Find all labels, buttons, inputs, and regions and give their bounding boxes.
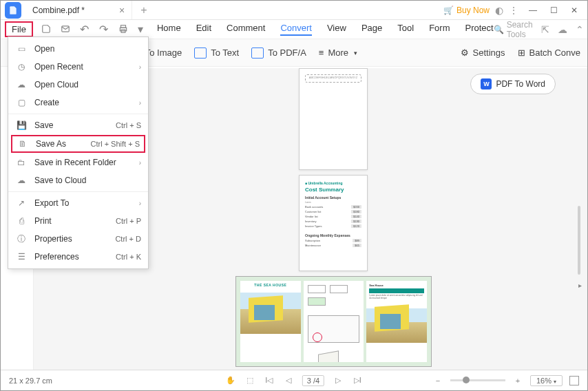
redo-icon[interactable]: ↷ [98, 23, 110, 35]
menu-form[interactable]: Form [429, 23, 450, 36]
more-icon: ≡ [319, 47, 324, 58]
menu-edit[interactable]: Edit [196, 23, 211, 36]
zoom-value[interactable]: 16% ▾ [530, 375, 563, 386]
share-icon[interactable]: ⇱ [541, 24, 549, 35]
prev-page-icon[interactable]: ◁ [283, 376, 294, 385]
preferences-shortcut: Ctrl + K [116, 253, 141, 261]
save-as-label: Save As [36, 139, 90, 149]
menu-properties[interactable]: ⓘPropertiesCtrl + D [8, 230, 148, 248]
cart-icon: 🛒 [443, 6, 454, 15]
close-tab-icon[interactable]: × [119, 5, 125, 16]
user-icon[interactable]: ◐ [495, 5, 503, 16]
menu-export[interactable]: ↗Export To› [8, 194, 148, 212]
print-icon[interactable] [117, 23, 129, 35]
menu-save-as[interactable]: 🗎Save AsCtrl + Shift + S [11, 135, 145, 153]
scrollbar[interactable] [578, 206, 580, 275]
pdf-to-word-label: PDF To Word [496, 79, 545, 89]
search-tools[interactable]: 🔍 Search Tools [494, 20, 533, 39]
folder-icon: 🗀 [15, 157, 28, 168]
more-label: More [328, 47, 348, 58]
menu-open-cloud[interactable]: ☁Open Cloud [8, 76, 148, 94]
scroll-right-icon[interactable]: ▸ [578, 282, 582, 289]
collapse-ribbon-icon[interactable]: ⌃ [576, 24, 584, 35]
save-recent-folder-label: Save in Recent Folder [34, 158, 139, 167]
pdf-to-word-button[interactable]: W PDF To Word [470, 74, 556, 94]
buy-now-label: Buy Now [456, 6, 490, 15]
menu-tool[interactable]: Tool [397, 23, 414, 36]
mail-icon[interactable] [59, 23, 72, 35]
file-label: File [12, 24, 26, 34]
to-pdfa-button[interactable]: To PDF/A [251, 47, 306, 59]
page2-desc: Lorem [305, 201, 361, 204]
fit-page-icon[interactable] [569, 376, 579, 385]
properties-icon: ⓘ [15, 233, 28, 244]
menu-view[interactable]: View [327, 23, 346, 36]
settings-button[interactable]: ⚙Settings [461, 47, 505, 58]
info-box [308, 297, 326, 306]
architectural-render [240, 293, 301, 334]
qat-dropdown-icon[interactable]: ▾ [138, 23, 143, 36]
print-shortcut: Ctrl + P [116, 217, 141, 225]
zoom-percent: 16% [536, 377, 552, 385]
save-icon: 💾 [15, 120, 28, 131]
search-icon: 🔍 [494, 25, 504, 34]
page-thumbnail-3[interactable]: THE SEA HOUSE [235, 276, 432, 367]
zoom-knob[interactable] [463, 377, 470, 383]
zoom-out-icon[interactable]: − [432, 377, 443, 385]
close-window-button[interactable]: ✕ [565, 3, 583, 17]
zoom-slider[interactable] [450, 379, 505, 381]
add-tab-icon[interactable]: + [140, 4, 147, 17]
page2-sub1: Initial Account Setups [305, 196, 361, 200]
more-button[interactable]: ≡More▾ [319, 47, 357, 58]
maximize-button[interactable]: ☐ [545, 3, 563, 17]
gear-icon: ⚙ [461, 47, 469, 58]
zoom-in-icon[interactable]: + [512, 377, 523, 385]
menu-comment[interactable]: Comment [227, 23, 265, 36]
sea-house-title: THE SEA HOUSE [240, 281, 301, 287]
hand-tool-icon[interactable]: ✋ [225, 376, 236, 385]
word-icon: W [481, 78, 492, 89]
menu-save-cloud[interactable]: ☁Save to Cloud [8, 171, 148, 189]
next-page-icon[interactable]: ▷ [333, 376, 344, 385]
batch-label: Batch Conve [529, 47, 580, 58]
menu-protect[interactable]: Protect [465, 23, 493, 36]
buy-now-link[interactable]: 🛒 Buy Now [443, 6, 490, 15]
cloud-upload-icon[interactable]: ☁ [558, 24, 567, 35]
save-icon[interactable] [40, 23, 52, 35]
menu-open-recent[interactable]: ◷Open Recent› [8, 58, 148, 76]
file-menu-button[interactable]: File [5, 21, 33, 37]
last-page-icon[interactable]: ▷I [352, 376, 363, 385]
menu-open[interactable]: ▭Open [8, 40, 148, 58]
kebab-icon[interactable]: ⋮ [509, 5, 518, 16]
page2-brand: ■ Umbrella Accounting [305, 181, 361, 185]
info-box [308, 285, 326, 293]
select-tool-icon[interactable]: ⬚ [244, 376, 255, 385]
menu-convert[interactable]: Convert [280, 23, 312, 36]
page-thumbnail-1[interactable]: ABCDEFGHIJKLMNOPQRSTUVWXYZ [299, 68, 368, 170]
menu-print[interactable]: ⎙PrintCtrl + P [8, 212, 148, 230]
minimize-button[interactable]: — [524, 3, 542, 17]
document-tab[interactable]: Combine.pdf * × [25, 1, 132, 19]
undo-icon[interactable]: ↶ [78, 23, 91, 35]
plan-marker [313, 332, 322, 342]
menu-home[interactable]: Home [157, 23, 181, 36]
page-thumbnail-2[interactable]: ■ Umbrella Accounting Cost Summary Initi… [299, 175, 368, 271]
menu-create[interactable]: ▢Create› [8, 94, 148, 112]
total-pages: /4 [313, 377, 319, 385]
menu-preferences[interactable]: ☰PreferencesCtrl + K [8, 248, 148, 266]
menu-save-recent-folder[interactable]: 🗀Save in Recent Folder› [8, 154, 148, 171]
page-indicator[interactable]: 3 /4 [302, 375, 324, 386]
menu-bar: Home Edit Comment Convert View Page Tool… [157, 23, 494, 36]
clock-icon: ◷ [15, 61, 28, 72]
accent-bar [369, 288, 424, 293]
menu-save[interactable]: 💾SaveCtrl + S [8, 116, 148, 134]
table-row: Customer list$180 [305, 210, 361, 213]
preferences-icon: ☰ [15, 251, 28, 262]
settings-label: Settings [473, 47, 505, 58]
open-label: Open [34, 44, 141, 54]
to-text-button[interactable]: To Text [194, 47, 239, 59]
open-icon: ▭ [15, 43, 28, 54]
first-page-icon[interactable]: I◁ [264, 376, 275, 385]
batch-convert-button[interactable]: ⊞Batch Conve [518, 47, 580, 58]
menu-page[interactable]: Page [361, 23, 382, 36]
